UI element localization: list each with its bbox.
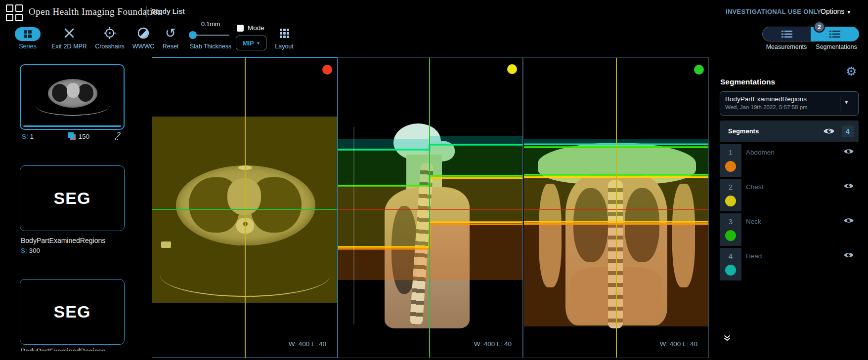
viewport-sagittal[interactable]: W: 400 L: 40 — [338, 57, 523, 358]
segmentation-name: BodyPartExaminedRegions — [725, 95, 853, 103]
slab-thickness-label: Slab Thickness — [179, 43, 242, 50]
ohif-viewer: Open Health Imaging Foundation Study Lis… — [0, 0, 868, 360]
segments-header: Segments 4 — [720, 120, 859, 142]
window-level-text: W: 400 L: 40 — [289, 340, 326, 348]
seg-thumbnail-2[interactable]: SEG — [20, 279, 125, 345]
reset-rotate-icon: ↺ — [165, 27, 176, 40]
series-meta-row: S: 1 150 — [22, 132, 127, 142]
orientation-dot-green — [694, 65, 704, 75]
window-level-text: W: 400 L: 40 — [474, 340, 512, 348]
segmentations-label: Segmentations — [806, 43, 867, 50]
segmentations-count-badge: 2 — [814, 21, 825, 33]
mode-checkbox[interactable] — [237, 25, 244, 32]
segment-color-swatch[interactable] — [725, 161, 736, 172]
exit-2d-mpr-button[interactable]: Exit 2D MPR — [47, 25, 91, 50]
measurements-panel-button[interactable] — [762, 27, 811, 41]
segment-region-overlays — [524, 58, 709, 358]
thumbnail-progress-bar — [23, 125, 121, 127]
list-icon — [829, 30, 840, 38]
investigational-use-label: INVESTIGATIONAL USE ONLY — [726, 8, 821, 15]
orientation-dot-yellow — [507, 64, 517, 74]
segment-row-head[interactable]: 4 Head — [720, 248, 859, 280]
orientation-dot-red — [322, 65, 332, 75]
segment-visibility-eye-icon[interactable] — [843, 251, 854, 259]
collapse-panel-double-chevron-icon[interactable] — [724, 335, 731, 342]
segment-visibility-eye-icon[interactable] — [843, 148, 854, 155]
header-divider — [146, 6, 147, 17]
right-panel-toggle-group — [762, 27, 859, 41]
segments-count-badge: 4 — [842, 125, 854, 137]
chevron-down-icon: ▾ — [257, 40, 260, 46]
seg-description: BodyPartExaminedRegions — [21, 237, 105, 244]
app-title: Open Health Imaging Foundation — [29, 6, 163, 17]
segment-row-abdomen[interactable]: 1 Abdomen — [720, 144, 859, 177]
link-icon[interactable] — [114, 132, 122, 140]
series-thumbnail-ct[interactable] — [20, 64, 125, 130]
seg-thumbnail-1[interactable]: SEG — [20, 165, 125, 231]
segment-region-overlays — [338, 58, 523, 358]
ohif-logo-icon[interactable] — [6, 4, 23, 21]
seg-description-clipped: BodyPartExaminedRegions — [21, 347, 126, 351]
slab-thickness-slider-knob[interactable] — [189, 31, 197, 39]
segment-color-swatch[interactable] — [725, 230, 736, 241]
options-menu[interactable]: Options▾ — [821, 7, 850, 15]
segmentation-date: Wed, Jan 19th 2022, 5:57:58 pm — [725, 104, 853, 110]
layout-button[interactable]: Layout — [262, 25, 306, 50]
instance-stack-icon — [68, 132, 77, 140]
chevron-down-icon[interactable]: ▾ — [845, 98, 848, 106]
series-button[interactable]: Series — [5, 25, 50, 50]
slab-thickness-slider-track[interactable] — [192, 35, 229, 36]
crosshair-horizontal-green[interactable] — [152, 209, 337, 210]
gear-icon[interactable]: ⚙ — [846, 64, 857, 79]
seg-meta-row: S: 300 — [21, 247, 126, 257]
series-active-pill — [15, 27, 41, 41]
segmentation-panel: ⚙ Segmentations BodyPartExaminedRegions … — [713, 53, 868, 360]
nav-study-list[interactable]: Study List — [151, 7, 185, 15]
segment-visibility-eye-icon[interactable] — [843, 182, 854, 190]
chevron-down-icon: ▾ — [847, 8, 850, 15]
slab-thickness-value: 0.1mm — [192, 21, 229, 28]
segment-row-chest[interactable]: 2 Chest — [720, 179, 859, 211]
viewport-coronal[interactable]: W: 400 L: 40 — [523, 57, 709, 358]
window-level-text: W: 400 L: 40 — [660, 340, 697, 348]
crosshair-vertical-yellow[interactable] — [245, 58, 246, 358]
layout-grid-icon — [280, 29, 289, 38]
series-grid-icon — [24, 30, 32, 38]
segmentation-panel-title: Segmentations — [720, 78, 775, 86]
segment-color-swatch[interactable] — [725, 196, 736, 206]
segment-visibility-eye-icon[interactable] — [843, 217, 854, 224]
toggle-all-visibility-eye-icon[interactable] — [823, 127, 835, 135]
close-x-icon — [47, 25, 91, 41]
viewport-axial[interactable]: W: 400 L: 40 — [152, 57, 338, 358]
segmentation-select-dropdown[interactable]: BodyPartExaminedRegions Wed, Jan 19th 20… — [720, 91, 859, 116]
list-icon — [781, 30, 792, 38]
segment-row-neck[interactable]: 3 Neck — [720, 213, 859, 246]
segment-color-swatch[interactable] — [725, 265, 736, 276]
